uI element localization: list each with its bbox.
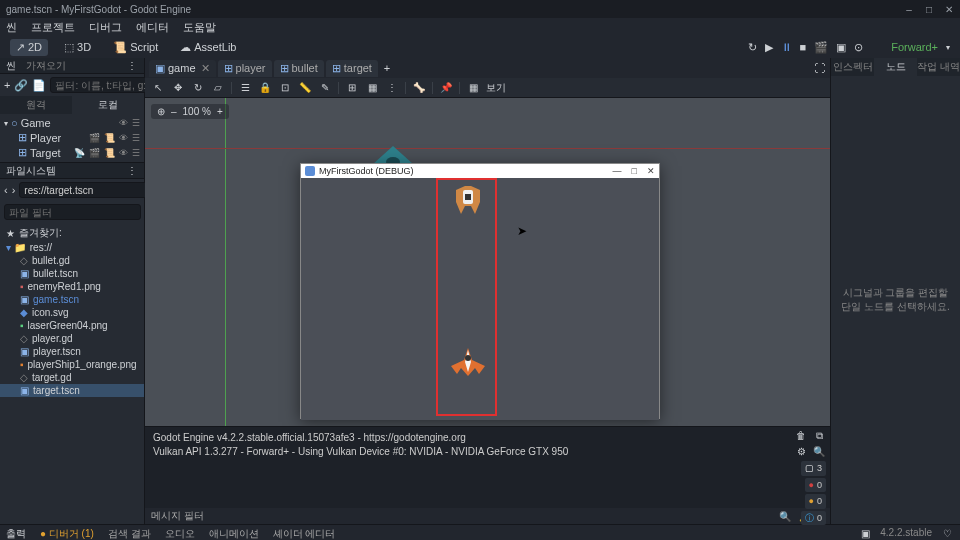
local-tab[interactable]: 로컬	[72, 96, 144, 114]
scene-tab-bullet[interactable]: ⊞bullet	[274, 60, 324, 77]
move-tool-icon[interactable]: ✥	[171, 81, 185, 95]
movie-icon[interactable]: ⊙	[854, 41, 863, 54]
skeleton-icon[interactable]: 🦴	[412, 81, 426, 95]
snap-icon[interactable]: ⊞	[345, 81, 359, 95]
workspace-assetlib[interactable]: ☁ AssetLib	[174, 39, 242, 56]
favorites-row[interactable]: ★즐겨찾기:	[0, 225, 144, 241]
output-count-warn[interactable]: ●0	[805, 494, 826, 509]
expand-icon[interactable]: ⛶	[812, 61, 826, 75]
history-tab[interactable]: 작업 내역	[917, 58, 960, 76]
clear-output-icon[interactable]: 🗑	[794, 429, 808, 443]
scene-tab-target[interactable]: ⊞target	[326, 60, 378, 77]
add-scene-icon[interactable]: +	[380, 61, 394, 75]
output-tab[interactable]: 출력	[6, 527, 26, 541]
heart-icon[interactable]: ♡	[940, 527, 954, 541]
play-scene-icon[interactable]: 🎬	[814, 41, 828, 54]
maximize-icon[interactable]: □	[924, 4, 934, 14]
panel-menu-icon[interactable]: ⋮	[127, 60, 138, 71]
close-tab-icon[interactable]: ✕	[201, 62, 210, 75]
reload-icon[interactable]: ↻	[748, 41, 757, 54]
search-icon[interactable]: 🔍	[778, 509, 792, 523]
zoom-out-icon[interactable]: –	[171, 106, 177, 117]
zoom-control[interactable]: ⊕ – 100 % +	[151, 104, 229, 119]
pen-icon[interactable]: ✎	[318, 81, 332, 95]
select-tool-icon[interactable]: ↖	[151, 81, 165, 95]
menu-editor[interactable]: 에디터	[136, 20, 169, 35]
minimize-icon[interactable]: –	[904, 4, 914, 14]
menu-project[interactable]: 프로젝트	[31, 20, 75, 35]
workspace-script[interactable]: 📜 Script	[107, 39, 164, 56]
folder-root[interactable]: ▾ 📁res://	[0, 241, 144, 254]
lock-icon[interactable]: 🔒	[258, 81, 272, 95]
file-row[interactable]: ▪playerShip1_orange.png	[0, 358, 144, 371]
copy-output-icon[interactable]: ⧉	[812, 429, 826, 443]
instance-icon[interactable]: 🔗	[14, 78, 28, 92]
tree-node-game[interactable]: ▾ ○ Game 👁☰	[0, 116, 144, 130]
play-icon[interactable]: ▶	[765, 41, 773, 54]
list-icon[interactable]: ☰	[238, 81, 252, 95]
menu-debug[interactable]: 디버그	[89, 20, 122, 35]
pin-icon[interactable]: 📌	[439, 81, 453, 95]
close-icon[interactable]: ✕	[944, 4, 954, 14]
remote-tab[interactable]: 원격	[0, 96, 72, 114]
snap-options-icon[interactable]: ⋮	[385, 81, 399, 95]
renderer-select[interactable]: Forward+	[891, 41, 938, 53]
output-count-info[interactable]: ⓘ0	[801, 511, 826, 526]
search-icon[interactable]: 🔍	[812, 445, 826, 459]
rotate-tool-icon[interactable]: ↻	[191, 81, 205, 95]
group-icon[interactable]: ⊡	[278, 81, 292, 95]
debug-window-titlebar[interactable]: MyFirstGodot (DEBUG) — □ ✕	[301, 164, 659, 178]
workspace-2d[interactable]: ↗ 2D	[10, 39, 48, 56]
file-row[interactable]: ▣player.tscn	[0, 345, 144, 358]
file-row[interactable]: ▪enemyRed1.png	[0, 280, 144, 293]
play-custom-icon[interactable]: ▣	[836, 41, 846, 54]
tree-node-player[interactable]: ⊞ Player 🎬📜👁☰	[0, 130, 144, 145]
menu-help[interactable]: 도움말	[183, 20, 216, 35]
file-row[interactable]: ◇bullet.gd	[0, 254, 144, 267]
panel-menu-icon[interactable]: ⋮	[127, 165, 138, 176]
file-row[interactable]: ▣target.tscn	[0, 384, 144, 397]
maximize-icon[interactable]: □	[632, 166, 637, 176]
nav-back-icon[interactable]: ‹	[4, 183, 8, 197]
scene-tab-game[interactable]: ▣game✕	[149, 60, 216, 77]
path-input[interactable]	[19, 182, 156, 198]
attach-script-icon[interactable]: 📄	[32, 78, 46, 92]
zoom-in-icon[interactable]: +	[217, 106, 223, 117]
file-row[interactable]: ▣game.tscn	[0, 293, 144, 306]
menu-scene[interactable]: 씬	[6, 20, 17, 35]
add-node-icon[interactable]: +	[4, 78, 10, 92]
minimize-icon[interactable]: —	[613, 166, 622, 176]
file-row[interactable]: ◇target.gd	[0, 371, 144, 384]
animation-tab[interactable]: 애니메이션	[209, 527, 259, 541]
ruler-icon[interactable]: 📏	[298, 81, 312, 95]
center-icon[interactable]: ⊕	[157, 106, 165, 117]
grid-icon[interactable]: ▦	[365, 81, 379, 95]
filter-icon[interactable]: ⚙	[794, 445, 808, 459]
shader-editor-tab[interactable]: 셰이더 에디터	[273, 527, 336, 541]
workspace-3d[interactable]: ⬚ 3D	[58, 39, 97, 56]
file-filter-input[interactable]	[4, 204, 141, 220]
file-row[interactable]: ◇player.gd	[0, 332, 144, 345]
output-count-msg[interactable]: ▢3	[801, 461, 826, 476]
scene-tab-player[interactable]: ⊞player	[218, 60, 272, 77]
visibility-icon[interactable]: 👁	[119, 118, 128, 128]
audio-tab[interactable]: 오디오	[165, 527, 195, 541]
layout-icon[interactable]: ▣	[858, 527, 872, 541]
tree-node-target[interactable]: ⊞ Target 📡🎬📜👁☰	[0, 145, 144, 160]
nav-fwd-icon[interactable]: ›	[12, 183, 16, 197]
scale-tool-icon[interactable]: ▱	[211, 81, 225, 95]
stop-icon[interactable]: ■	[800, 41, 807, 53]
close-icon[interactable]: ✕	[647, 166, 655, 176]
inspector-tab[interactable]: 인스펙터	[831, 58, 874, 76]
file-row[interactable]: ◆icon.svg	[0, 306, 144, 319]
file-row[interactable]: ▪laserGreen04.png	[0, 319, 144, 332]
file-row[interactable]: ▣bullet.tscn	[0, 267, 144, 280]
view-label[interactable]: 보기	[486, 81, 506, 95]
search-results-tab[interactable]: 검색 결과	[108, 527, 151, 541]
pause-icon[interactable]: ⏸	[781, 41, 792, 53]
node-tab[interactable]: 노드	[874, 58, 917, 76]
chevron-down-icon[interactable]: ▾	[946, 43, 950, 52]
viewport[interactable]: ⊕ – 100 % + MyFirstGodot (DEBUG) — □ ✕	[145, 98, 830, 426]
scene-panel-tab[interactable]: 씬	[6, 59, 16, 73]
debugger-tab[interactable]: ● 디버거 (1)	[40, 527, 94, 541]
